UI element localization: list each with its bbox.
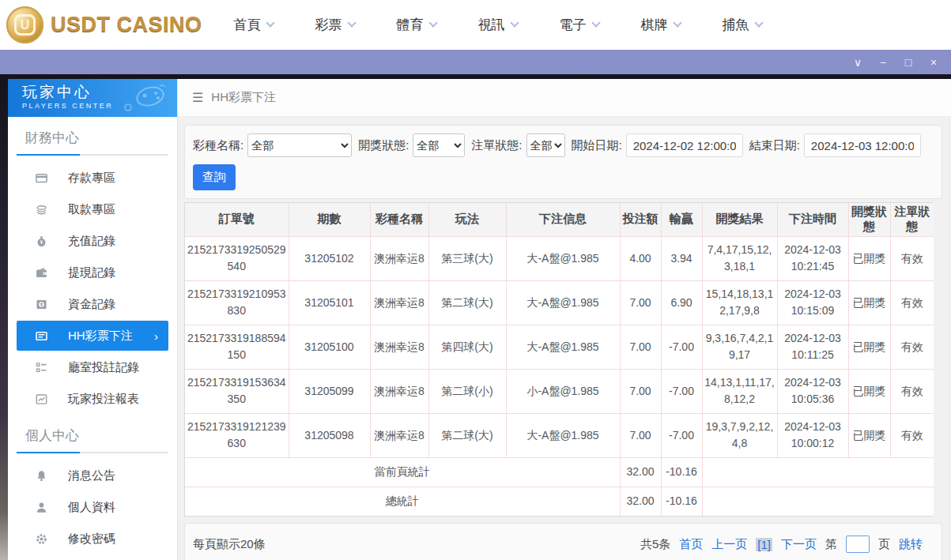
table-cell: 2152173319210953830 — [185, 280, 289, 325]
nav-item-label: 彩票 — [315, 16, 342, 34]
sidebar: 玩家中心 PLAYERS CENTER 財務中心 存款專區 取款專區 充值記錄 … — [8, 79, 178, 560]
column-header: 開獎結果 — [702, 203, 777, 236]
sidebar-item-資金記錄[interactable]: 資金記錄 — [8, 288, 177, 320]
table-cell: 31205102 — [289, 236, 370, 280]
table-cell: 2024-12-03 10:15:09 — [777, 280, 848, 325]
lottery-name-select[interactable]: 全部 — [247, 133, 352, 157]
table-cell: 小-A盤@1.985 — [506, 369, 620, 413]
table-cell: 已開獎 — [848, 280, 890, 325]
table-row: 215217331921095383031205101澳洲幸运8第二球(大)大-… — [185, 280, 934, 325]
table-row: 215217331918859415031205100澳洲幸运8第四球(大)大-… — [185, 325, 934, 369]
table-cell: 31205099 — [289, 369, 370, 413]
table-cell: 31205098 — [289, 413, 370, 457]
sidebar-item-label: 取款專區 — [68, 202, 115, 217]
sidebar-item-label: 充值記錄 — [68, 234, 115, 249]
sidebar-item-個人資料[interactable]: 個人資料 — [8, 491, 177, 523]
table-cell: 第二球(小) — [428, 369, 506, 413]
order-status-select[interactable]: 全部 — [526, 133, 565, 157]
table-cell: 2152173319188594150 — [185, 325, 289, 369]
nav-menu-item[interactable]: 首頁 — [234, 16, 274, 34]
nav-menu-item[interactable]: 視訊 — [478, 16, 518, 34]
lottery-list-icon — [36, 330, 48, 342]
sidebar-item-label: 存款專區 — [68, 171, 115, 186]
sidebar-item-提現記錄[interactable]: 提現記錄 — [8, 257, 177, 288]
main-panel: ☰ HH彩票下注 彩種名稱: 全部 開獎狀態: 全部 注單狀態: — [178, 79, 951, 560]
window-titlebar: ∨−□× — [0, 50, 951, 74]
end-date-input[interactable] — [804, 133, 921, 157]
jump-button[interactable]: 跳转 — [899, 537, 923, 552]
table-cell: 澳洲幸运8 — [370, 236, 428, 280]
current-page-indicator[interactable]: [1] — [756, 538, 772, 551]
table-cell: 第二球(大) — [428, 280, 506, 325]
sidebar-item-取款專區[interactable]: 取款專區 — [8, 194, 177, 225]
sidebar-item-充值記錄[interactable]: 充值記錄 — [8, 225, 177, 257]
sidebar-item-修改密碼[interactable]: 修改密碼 — [8, 523, 177, 554]
first-page-link[interactable]: 首页 — [679, 537, 703, 552]
sidebar-section-title: 財務中心 — [25, 129, 177, 147]
nav-menu-item[interactable]: 電子 — [560, 16, 599, 34]
maximize-window-icon[interactable]: □ — [899, 53, 918, 72]
next-page-link[interactable]: 下一页 — [781, 537, 817, 552]
table-row: 215217331912123963031205098澳洲幸运8第二球(大)大-… — [185, 413, 934, 457]
gear-icon — [36, 533, 48, 545]
report-chart-icon — [36, 393, 48, 405]
sidebar-item-label: 提現記錄 — [68, 265, 115, 280]
minimize-window-icon[interactable]: − — [874, 53, 893, 72]
sidebar-item-label: 個人資料 — [68, 500, 115, 515]
sidebar-item-label: 廳室投註記錄 — [68, 360, 139, 375]
table-cell: 澳洲幸运8 — [370, 280, 428, 325]
pagination-bar: 每頁顯示20條 共5条 首页 上一页 [1] 下一页 第 页 跳转 — [184, 523, 942, 560]
table-cell: 2152173319121239630 — [185, 413, 289, 457]
filter-panel: 彩種名稱: 全部 開獎狀態: 全部 注單狀態: 全部 開始日期: — [184, 125, 942, 199]
hamburger-icon[interactable]: ☰ — [192, 90, 203, 105]
nav-menu-item[interactable]: 體育 — [397, 16, 436, 34]
bets-table: 訂單號期數彩種名稱玩法下注信息投注額輸贏開獎結果下注時間開獎狀態注單狀態2152… — [184, 202, 933, 517]
table-cell: -7.00 — [661, 413, 702, 457]
site-logo[interactable]: U USDT CASINO — [6, 6, 202, 43]
table-cell: 第三球(大) — [428, 236, 506, 280]
column-header: 彩種名稱 — [370, 203, 428, 236]
prev-page-link[interactable]: 上一页 — [711, 537, 747, 552]
nav-menu-item[interactable]: 棋牌 — [641, 16, 681, 34]
column-header: 下注信息 — [506, 203, 620, 236]
sidebar-item-消息公告[interactable]: 消息公告 — [8, 460, 177, 491]
column-header: 注單狀態 — [890, 203, 934, 236]
section-underline — [17, 154, 168, 156]
jump-page-input[interactable] — [846, 536, 870, 553]
nav-item-label: 電子 — [560, 16, 587, 34]
table-cell: 9,3,16,7,4,2,19,17 — [702, 325, 777, 369]
summary-label: 總統計 — [185, 487, 620, 516]
nav-menu-item[interactable]: 捕魚 — [723, 16, 762, 34]
nav-item-label: 視訊 — [478, 16, 505, 34]
sidebar-item-廳室投註記錄[interactable]: 廳室投註記錄 — [8, 351, 177, 383]
table-cell: 4.00 — [620, 236, 661, 280]
logo-coin-icon: U — [6, 6, 43, 43]
page-backdrop: 玩家中心 PLAYERS CENTER 財務中心 存款專區 取款專區 充值記錄 … — [0, 74, 951, 560]
table-cell: 15,14,18,13,12,17,9,8 — [702, 280, 777, 325]
summary-bet-total: 32.00 — [620, 487, 661, 516]
column-header: 輸贏 — [661, 203, 702, 236]
draw-status-label: 開獎狀態: — [358, 138, 409, 153]
sidebar-item-label: HH彩票下注 — [68, 329, 133, 344]
table-cell: 有效 — [890, 236, 934, 280]
close-window-icon[interactable]: × — [924, 53, 943, 72]
sidebar-item-存款專區[interactable]: 存款專區 — [8, 162, 177, 194]
collapse-window-icon[interactable]: ∨ — [848, 53, 867, 72]
end-date-label: 結束日期: — [749, 138, 800, 153]
table-cell: 澳洲幸运8 — [370, 413, 428, 457]
chevron-down-icon — [428, 18, 437, 27]
table-cell: 大-A盤@1.985 — [506, 236, 620, 280]
table-cell: 2024-12-03 10:21:45 — [777, 236, 848, 280]
person-icon — [36, 502, 48, 513]
summary-winloss-total: -10.16 — [661, 487, 702, 516]
table-cell: 已開獎 — [848, 369, 890, 413]
search-button[interactable]: 查詢 — [193, 164, 236, 190]
chevron-down-icon — [591, 18, 600, 27]
sidebar-item-HH彩票下注[interactable]: HH彩票下注› — [17, 321, 168, 351]
start-date-input[interactable] — [626, 133, 743, 157]
draw-status-select[interactable]: 全部 — [413, 133, 465, 157]
sidebar-item-玩家投注報表[interactable]: 玩家投注報表 — [8, 383, 177, 415]
column-header: 投注額 — [620, 203, 661, 236]
nav-menu-item[interactable]: 彩票 — [315, 16, 355, 34]
table-cell: 2024-12-03 10:05:36 — [777, 369, 848, 413]
